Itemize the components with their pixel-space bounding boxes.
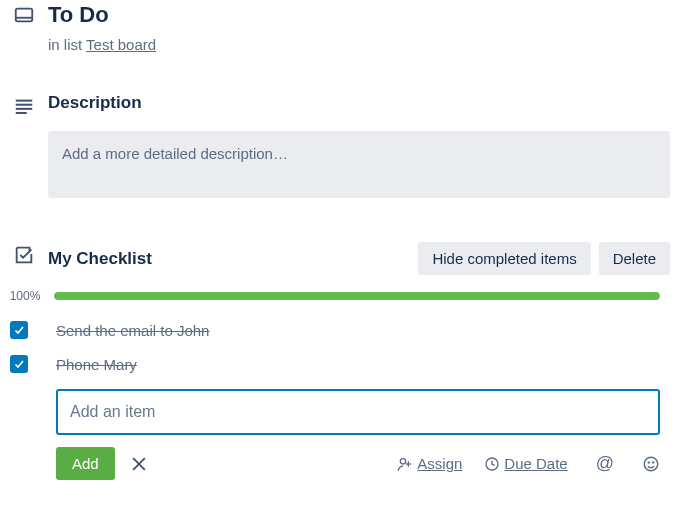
- assign-label: Assign: [417, 455, 462, 472]
- clock-icon: [484, 456, 500, 472]
- close-icon[interactable]: [129, 454, 149, 474]
- svg-rect-2: [16, 100, 33, 102]
- due-date-label: Due Date: [504, 455, 567, 472]
- card-list-location: in list Test board: [48, 36, 670, 53]
- progress-fill: [54, 292, 660, 300]
- checklist-item-text: Phone Mary: [56, 356, 137, 373]
- checklist-item[interactable]: Send the email to John: [0, 313, 670, 347]
- svg-rect-4: [16, 108, 33, 110]
- add-item-input[interactable]: [56, 389, 660, 435]
- checkbox[interactable]: [10, 321, 28, 339]
- card-title[interactable]: To Do: [48, 2, 670, 28]
- svg-point-14: [653, 462, 654, 463]
- svg-point-13: [648, 462, 649, 463]
- svg-rect-3: [16, 104, 33, 106]
- checklist-item[interactable]: Phone Mary: [0, 347, 670, 381]
- checklist-icon: [13, 244, 35, 266]
- hide-completed-button[interactable]: Hide completed items: [418, 242, 590, 275]
- in-list-prefix: in list: [48, 36, 86, 53]
- card-icon: [13, 4, 35, 26]
- checklist-title[interactable]: My Checklist: [48, 249, 152, 269]
- checklist-item-text: Send the email to John: [56, 322, 209, 339]
- delete-checklist-button[interactable]: Delete: [599, 242, 670, 275]
- progress-percent: 100%: [6, 289, 44, 303]
- svg-rect-5: [16, 112, 27, 114]
- add-button[interactable]: Add: [56, 447, 115, 480]
- svg-rect-0: [16, 9, 33, 22]
- checkbox[interactable]: [10, 355, 28, 373]
- progress-bar: [54, 292, 660, 300]
- assign-icon: [397, 456, 413, 472]
- list-name-link[interactable]: Test board: [86, 36, 156, 53]
- mention-icon[interactable]: @: [596, 453, 614, 474]
- description-icon: [13, 95, 35, 117]
- description-input[interactable]: Add a more detailed description…: [48, 131, 670, 198]
- svg-point-12: [644, 457, 658, 471]
- emoji-icon[interactable]: [642, 455, 660, 473]
- assign-button[interactable]: Assign: [397, 455, 462, 472]
- svg-point-8: [401, 459, 406, 464]
- due-date-button[interactable]: Due Date: [484, 455, 567, 472]
- description-heading: Description: [48, 93, 670, 113]
